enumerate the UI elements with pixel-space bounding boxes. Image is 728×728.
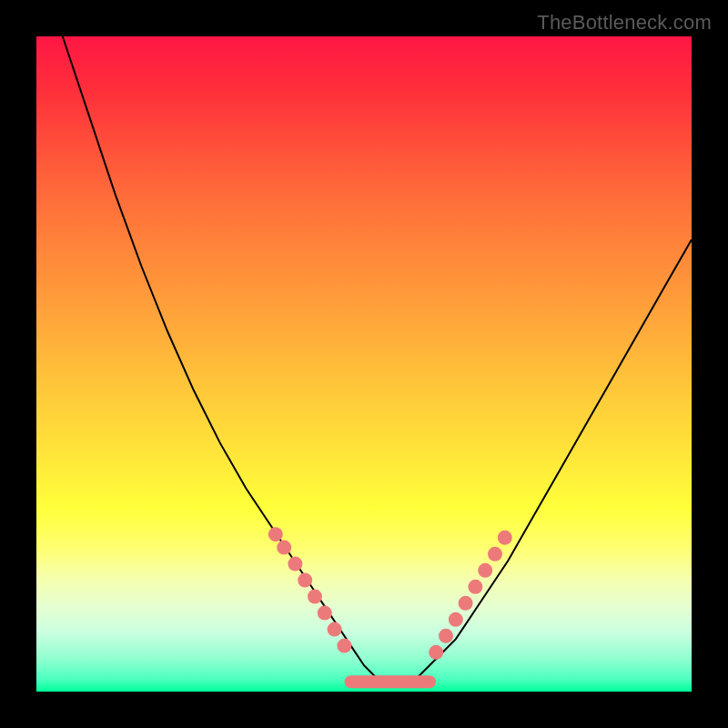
data-marker-right: [449, 612, 463, 627]
data-marker-right: [488, 547, 502, 561]
data-marker-left: [268, 527, 283, 541]
chart-frame: TheBottleneck.com: [0, 0, 728, 728]
data-markers-group: [268, 527, 512, 660]
watermark-text: TheBottleneck.com: [537, 11, 712, 35]
data-marker-right: [439, 629, 453, 643]
data-marker-right: [478, 563, 492, 578]
data-marker-right: [459, 596, 473, 611]
data-marker-left: [328, 622, 342, 637]
data-marker-left: [308, 590, 322, 604]
curve-svg: [36, 36, 692, 692]
bottleneck-curve: [63, 36, 692, 685]
data-marker-right: [498, 531, 512, 545]
data-marker-right: [468, 580, 482, 594]
data-marker-left: [277, 541, 291, 555]
data-marker-right: [429, 645, 443, 660]
data-marker-left: [288, 557, 302, 571]
data-marker-left: [298, 573, 312, 588]
data-marker-left: [337, 639, 351, 653]
data-marker-left: [318, 606, 332, 621]
